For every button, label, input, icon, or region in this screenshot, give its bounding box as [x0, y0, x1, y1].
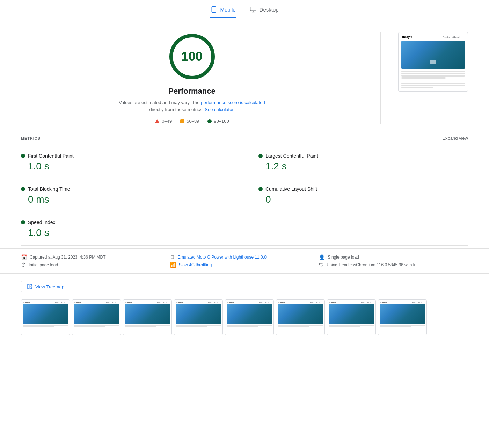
treemap-label: View Treemap: [35, 284, 64, 289]
info-captured-text: Captured at Aug 31, 2023, 4:36 PM MDT: [30, 255, 105, 260]
info-col-3: 👤 Single page load 🛡 Using HeadlessChrom…: [319, 254, 468, 268]
filmstrip-frame: <nray/> PostsAbout☰: [276, 299, 325, 335]
info-page-load-type: ⏱ Initial page load: [21, 262, 170, 268]
score-value: 100: [181, 49, 202, 64]
desc-prefix: Values are estimated and may vary. The: [119, 100, 201, 105]
throttling-link[interactable]: Slow 4G throttling: [179, 262, 212, 267]
tab-desktop-label: Desktop: [260, 7, 279, 13]
metric-fcp-name: First Contentful Paint: [28, 153, 74, 159]
tab-mobile-label: Mobile: [220, 7, 235, 13]
preview-card: <nray/> Posts About ☰: [398, 32, 468, 92]
preview-nav: <nray/> Posts About ☰: [401, 35, 465, 39]
preview-image: [401, 41, 465, 69]
users-icon: 👤: [319, 254, 325, 260]
metric-si-name: Speed Index: [28, 219, 56, 225]
filmstrip-frame: <nray/> PostsAbout☰: [327, 299, 376, 335]
info-emulated: 🖥 Emulated Moto G Power with Lighthouse …: [170, 254, 319, 260]
info-col-1: 📅 Captured at Aug 31, 2023, 4:36 PM MDT …: [21, 254, 170, 268]
metrics-header: METRICS Expand view: [21, 131, 468, 146]
metrics-label: METRICS: [21, 136, 41, 140]
metric-cls: Cumulative Layout Shift 0: [245, 179, 468, 212]
clock-icon: ⏱: [21, 262, 26, 268]
metric-fcp-dot: [21, 154, 25, 158]
info-chromium-text: Using HeadlessChromium 116.0.5845.96 wit…: [327, 262, 415, 267]
metric-lcp-value: 1.2 s: [258, 161, 461, 172]
svg-rect-9: [30, 287, 32, 289]
svg-rect-0: [212, 7, 216, 13]
vertical-divider: [380, 32, 381, 124]
metric-lcp-name: Largest Contentful Paint: [265, 153, 318, 159]
legend-bad-icon: [155, 119, 160, 123]
performance-title: Performance: [168, 87, 216, 96]
preview-text: [401, 71, 465, 88]
score-legend: 0–49 50–89 90–100: [155, 118, 229, 124]
svg-rect-8: [30, 284, 32, 286]
info-single-page: 👤 Single page load: [319, 254, 468, 260]
tab-mobile[interactable]: Mobile: [210, 6, 235, 18]
performance-description: Values are estimated and may vary. The p…: [112, 99, 272, 113]
filmstrip-frame: <nray/> PostsAbout☰: [378, 299, 427, 335]
metric-si-dot: [21, 220, 25, 224]
filmstrip-frame: <nray/> PostsAbout☰: [21, 299, 70, 335]
legend-good: 90–100: [207, 118, 229, 124]
mobile-icon: [210, 6, 217, 13]
info-bar: 📅 Captured at Aug 31, 2023, 4:36 PM MDT …: [0, 248, 489, 274]
metric-fcp-value: 1.0 s: [21, 161, 230, 172]
info-captured: 📅 Captured at Aug 31, 2023, 4:36 PM MDT: [21, 254, 170, 260]
metric-tbt-value: 0 ms: [21, 194, 230, 205]
info-col-2: 🖥 Emulated Moto G Power with Lighthouse …: [170, 254, 319, 268]
svg-rect-2: [250, 7, 256, 11]
calendar-icon: 📅: [21, 254, 27, 260]
treemap-icon: [27, 284, 32, 289]
desktop-icon: [250, 6, 257, 13]
legend-bad-range: 0–49: [162, 118, 172, 124]
legend-average: 50–89: [180, 118, 199, 124]
legend-avg-icon: [180, 119, 184, 123]
legend-good-range: 90–100: [214, 118, 229, 124]
filmstrip-frame: <nray/> PostsAbout☰: [123, 299, 172, 335]
metric-lcp: Largest Contentful Paint 1.2 s: [245, 146, 468, 179]
main-content: 100 Performance Values are estimated and…: [0, 18, 489, 131]
shield-icon: 🛡: [319, 262, 324, 268]
score-circle: 100: [168, 32, 217, 81]
svg-rect-7: [28, 284, 29, 289]
info-throttling: 📶 Slow 4G throttling: [170, 262, 319, 268]
tab-bar: Mobile Desktop: [0, 0, 489, 18]
metric-lcp-dot: [258, 154, 263, 158]
legend-bad: 0–49: [155, 118, 172, 124]
expand-view-button[interactable]: Expand view: [442, 136, 468, 141]
metrics-grid: First Contentful Paint 1.0 s Largest Con…: [21, 146, 468, 246]
wifi-icon: 📶: [170, 262, 176, 268]
perf-score-link[interactable]: performance score is calculated: [201, 100, 265, 105]
emulated-link[interactable]: Emulated Moto G Power with Lighthouse 11…: [178, 255, 267, 260]
metric-cls-value: 0: [258, 194, 461, 205]
desc-middle: directly from these metrics.: [149, 107, 203, 112]
filmstrip-frame: <nray/> PostsAbout☰: [225, 299, 274, 335]
metric-tbt-dot: [21, 187, 25, 191]
filmstrip-frame: <nray/> PostsAbout☰: [72, 299, 121, 335]
filmstrip: <nray/> PostsAbout☰ <nray/> PostsAbout☰: [0, 299, 489, 342]
metric-tbt: Total Blocking Time 0 ms: [21, 179, 245, 212]
info-page-load-text: Initial page load: [29, 262, 58, 267]
metric-si-value: 1.0 s: [21, 227, 454, 238]
score-section: 100 Performance Values are estimated and…: [21, 32, 363, 124]
calc-link[interactable]: See calculator.: [205, 107, 234, 112]
info-single-page-text: Single page load: [328, 255, 359, 260]
legend-good-icon: [207, 119, 212, 123]
info-chromium: 🛡 Using HeadlessChromium 116.0.5845.96 w…: [319, 262, 468, 268]
preview-logo: <nray/>: [401, 35, 413, 39]
metric-tbt-name: Total Blocking Time: [28, 186, 70, 192]
preview-nav-links: Posts About ☰: [443, 36, 465, 39]
legend-avg-range: 50–89: [187, 118, 199, 124]
treemap-button[interactable]: View Treemap: [21, 281, 70, 292]
metrics-section: METRICS Expand view First Contentful Pai…: [0, 131, 489, 246]
filmstrip-frame: <nray/> PostsAbout☰: [174, 299, 223, 335]
tab-desktop[interactable]: Desktop: [250, 6, 279, 18]
metric-cls-name: Cumulative Layout Shift: [265, 186, 317, 192]
preview-section: <nray/> Posts About ☰: [398, 32, 468, 92]
treemap-section: View Treemap: [0, 274, 489, 299]
metric-fcp: First Contentful Paint 1.0 s: [21, 146, 245, 179]
metric-cls-dot: [258, 187, 263, 191]
metric-si: Speed Index 1.0 s: [21, 212, 468, 246]
monitor-icon: 🖥: [170, 254, 175, 260]
